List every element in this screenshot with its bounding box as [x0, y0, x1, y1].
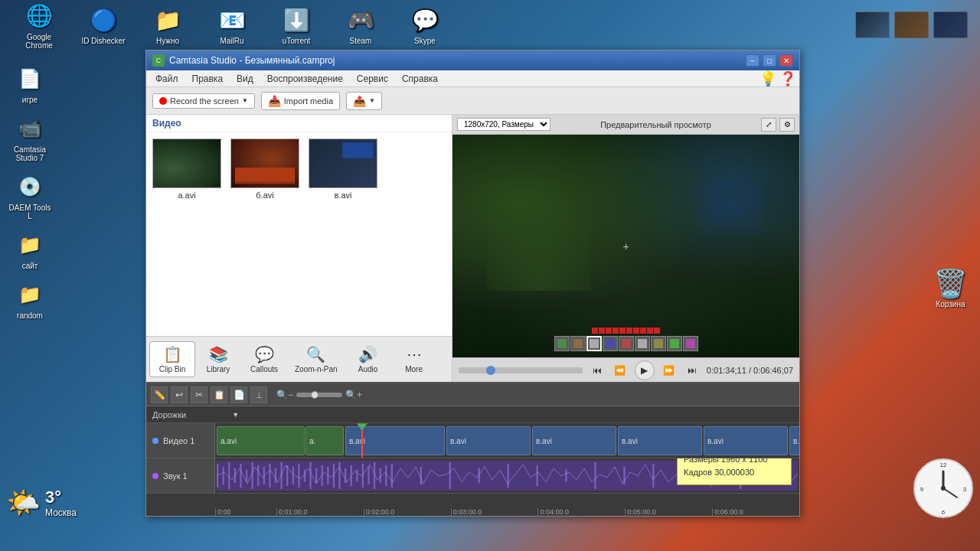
clip-v-1[interactable]: в.avi: [345, 426, 445, 455]
desktop: 🌐 Google Chrome 🔵 ID Dishecker 📁 Нужно 📧…: [0, 0, 980, 551]
ruler-mark-5: 0:05:00.0: [625, 508, 712, 516]
audio-waveform: [217, 461, 798, 491]
desktop-icon-chrome[interactable]: 🌐 Google Chrome: [12, 0, 66, 53]
svg-rect-49: [681, 468, 683, 484]
weather-widget: 🌤️ 3° Москва: [6, 487, 77, 519]
tracks-header: Дорожки ▼ 0:00 0:01:00.0 0:02:00.0 0:03:…: [146, 406, 799, 423]
weather-temp: 3°: [45, 487, 77, 507]
media-thumb-a: [152, 139, 221, 188]
ruler-mark-0: 0:00: [215, 508, 276, 516]
clip-a-avi[interactable]: a.avi: [217, 426, 305, 455]
record-dot: [159, 97, 167, 105]
svg-text:9: 9: [920, 486, 924, 493]
trash-icon[interactable]: 🗑️ Корзина: [933, 268, 968, 308]
desktop-icon-skype[interactable]: 💬 Skype: [398, 2, 452, 48]
menu-file[interactable]: Файл: [149, 72, 185, 86]
timeline-cut[interactable]: ✂: [191, 386, 207, 403]
svg-rect-48: [652, 464, 654, 487]
timeline-tool-2[interactable]: ↩: [171, 386, 188, 403]
svg-rect-41: [449, 462, 451, 489]
svg-rect-11: [228, 462, 230, 489]
audio-track-content[interactable]: в.avi Из 0:01:34;11 в 0:06:46;07 Длина 0…: [215, 458, 799, 493]
video-track-content[interactable]: a.avi a. в.avi в.avi в.avi в.avi в.avi в…: [215, 423, 799, 458]
svg-rect-10: [223, 467, 224, 484]
svg-rect-38: [385, 465, 387, 486]
svg-rect-33: [356, 470, 358, 482]
top-taskbar: 🌐 Google Chrome 🔵 ID Dishecker 📁 Нужно 📧…: [0, 0, 980, 50]
desktop-icon-mailru[interactable]: 📧 MailRu: [205, 2, 259, 48]
svg-rect-39: [391, 464, 393, 487]
clip-v-6[interactable]: в.a: [789, 426, 799, 455]
timeline-cursor: [361, 423, 363, 458]
tracks-label: Дорожки: [152, 410, 186, 419]
timeline-area: ✏️ ↩ ✂ 📋 📄 ⟂ 🔍− 🔍+ Дорожк: [146, 382, 799, 516]
desktop-icon-daem[interactable]: 💿 DAEM Tools L: [3, 168, 57, 223]
svg-rect-50: [710, 465, 712, 486]
svg-rect-35: [368, 467, 369, 484]
desktop-icon-camtasia[interactable]: 📹 Camtasia Studio 7: [3, 110, 57, 165]
svg-point-7: [941, 486, 946, 491]
desktop-icon-nujno[interactable]: 📁 Нужно: [141, 2, 194, 48]
svg-rect-40: [420, 467, 422, 484]
weather-city: Москва: [45, 507, 77, 518]
clip-v-4[interactable]: в.avi: [618, 426, 702, 455]
ruler-mark-2: 0:02:00.0: [364, 508, 451, 516]
svg-rect-16: [257, 465, 259, 486]
svg-rect-15: [252, 462, 253, 489]
audio-track-dot: [152, 473, 158, 479]
ruler-mark-3: 0:03:00.0: [451, 508, 538, 516]
clock-widget: 12 3 6 9: [913, 458, 974, 519]
desktop-icon-site[interactable]: 📁 сайт: [3, 227, 57, 273]
desktop-icon-random[interactable]: 📁 random: [3, 276, 57, 323]
clip-a-small[interactable]: a.: [305, 426, 344, 455]
svg-rect-22: [292, 467, 294, 484]
media-label-a: a.avi: [178, 191, 195, 200]
clip-v-3[interactable]: в.avi: [532, 426, 616, 455]
svg-rect-37: [380, 468, 381, 484]
left-icons: 📄 игре 📹 Camtasia Studio 7 💿 DAEM Tools …: [0, 50, 65, 326]
svg-rect-44: [536, 465, 537, 486]
desktop-icon-utorrent[interactable]: ⬇️ uTorrent: [270, 2, 323, 48]
camtasia-window: C Camtasia Studio - Безымянный.camproj −…: [145, 50, 800, 517]
svg-rect-18: [269, 464, 270, 487]
clip-v-5[interactable]: в.avi: [704, 426, 788, 455]
svg-rect-14: [246, 470, 247, 482]
svg-text:12: 12: [940, 461, 947, 468]
audio-track-1: Звук 1: [146, 458, 799, 494]
clip-v-2[interactable]: в.avi: [446, 426, 531, 455]
audio-track-label: Звук 1: [146, 458, 215, 493]
svg-rect-26: [315, 468, 317, 484]
track-dot: [152, 438, 158, 444]
media-item-a[interactable]: a.avi: [152, 139, 221, 330]
ruler-mark-6: 0:06:00.0: [712, 508, 799, 516]
desktop-icon-steam[interactable]: 🎮 Steam: [334, 2, 387, 48]
timeline-tool-1[interactable]: ✏️: [151, 386, 168, 403]
desktop-icon-dishecker[interactable]: 🔵 ID Dishecker: [77, 2, 130, 48]
svg-rect-25: [309, 462, 311, 489]
ruler-mark-1: 0:01:00.0: [276, 508, 364, 516]
desktop-icon-igre[interactable]: 📄 игре: [3, 60, 57, 107]
ruler-mark-4: 0:04:00.0: [537, 508, 625, 516]
svg-text:6: 6: [942, 509, 946, 516]
video-track-1: Видео 1 a.avi a. в.avi в.avi: [146, 423, 799, 458]
svg-rect-45: [565, 470, 567, 482]
svg-rect-30: [338, 462, 340, 489]
app-icon: C: [152, 54, 165, 67]
weather-icon: 🌤️: [6, 487, 41, 519]
tab-clip-bin[interactable]: 📋 Clip Bin: [149, 341, 195, 377]
svg-rect-46: [594, 462, 596, 489]
svg-text:3: 3: [963, 486, 967, 493]
svg-rect-19: [275, 468, 276, 484]
svg-rect-24: [304, 470, 305, 482]
svg-rect-23: [298, 464, 299, 487]
svg-rect-13: [240, 464, 241, 487]
clip-bin-icon: 📋: [163, 345, 182, 364]
video-track-label: Видео 1: [146, 423, 215, 458]
